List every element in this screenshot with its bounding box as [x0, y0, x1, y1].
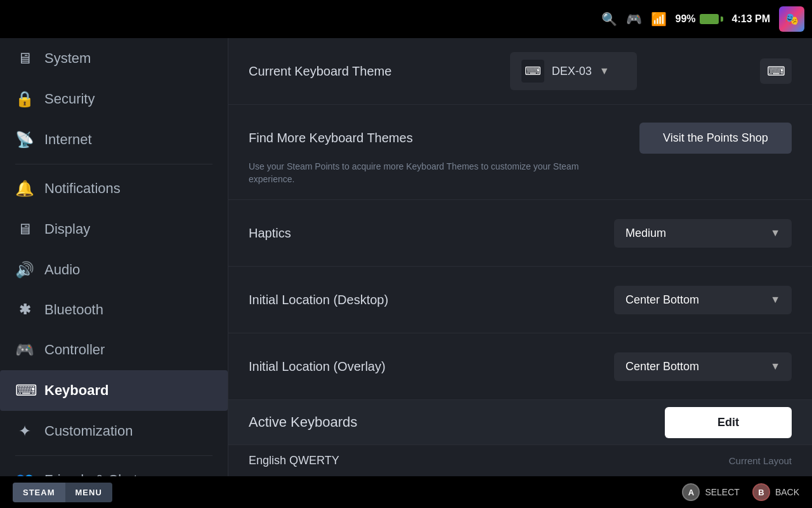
keyboard-preview-icon[interactable]: ⌨: [760, 58, 792, 84]
back-control: B BACK: [752, 483, 799, 501]
controller-icon: 🎮: [15, 341, 34, 359]
sidebar-item-system[interactable]: 🖥 System: [0, 38, 228, 79]
battery-percent: 99%: [676, 13, 696, 25]
select-label: SELECT: [705, 487, 739, 497]
chevron-down-icon: ▼: [770, 361, 780, 372]
initial-location-desktop-row: Initial Location (Desktop) Center Bottom…: [249, 281, 792, 319]
battery-icon: [700, 14, 723, 24]
initial-location-overlay-dropdown[interactable]: Center Bottom ▼: [614, 352, 792, 381]
audio-icon: 🔊: [15, 261, 34, 279]
wifi-icon: 📶: [651, 11, 667, 27]
avatar[interactable]: 🎭: [779, 6, 804, 32]
chevron-down-icon: ▼: [599, 65, 610, 77]
a-button[interactable]: A: [682, 483, 700, 501]
sidebar-item-internet[interactable]: 📡 Internet: [0, 119, 228, 160]
internet-icon: 📡: [15, 131, 34, 149]
edit-button[interactable]: Edit: [665, 407, 792, 438]
avatar-emoji: 🎭: [785, 12, 799, 26]
system-icon: 🖥: [15, 50, 34, 67]
back-label: BACK: [775, 487, 799, 497]
find-more-info: Find More Keyboard Themes: [249, 131, 413, 145]
keyboard-layout-row: English QWERTY Current Layout: [228, 444, 812, 476]
customization-icon: ✦: [15, 422, 34, 440]
sidebar-divider-1: [15, 164, 213, 164]
keyboard-layout-name: English QWERTY: [249, 454, 339, 467]
topbar: 🔍 🎮 📶 99% 4:13 PM 🎭: [0, 0, 812, 38]
sidebar-item-label: Bluetooth: [44, 302, 103, 318]
haptics-section: Haptics Medium ▼: [228, 200, 812, 267]
clock: 4:13 PM: [732, 13, 770, 25]
active-keyboards-label: Active Keyboards: [249, 414, 357, 431]
keyboard-icon: ⌨: [15, 382, 34, 399]
chevron-down-icon: ▼: [770, 294, 780, 305]
sidebar-item-label: Keyboard: [44, 382, 108, 399]
main-layout: 🖥 System 🔒 Security 📡 Internet 🔔 Notific…: [0, 38, 812, 476]
friends-icon: 👥: [15, 471, 34, 476]
sidebar-item-friends-chat[interactable]: 👥 Friends & Chat: [0, 460, 228, 476]
steam-button[interactable]: STEAM: [13, 483, 65, 502]
bottombar: STEAM MENU A SELECT B BACK: [0, 476, 812, 508]
active-keyboards-section: Active Keyboards Edit: [228, 400, 812, 444]
initial-location-desktop-dropdown[interactable]: Center Bottom ▼: [614, 286, 792, 314]
sidebar-item-label: System: [44, 50, 91, 67]
find-more-row: Find More Keyboard Themes Visit the Poin…: [249, 119, 792, 157]
menu-button[interactable]: MENU: [65, 483, 112, 502]
sidebar-item-security[interactable]: 🔒 Security: [0, 79, 228, 119]
current-theme-section: Current Keyboard Theme ⌨ DEX-03 ▼ ⌨: [228, 38, 812, 105]
sidebar-item-label: Controller: [44, 342, 105, 358]
haptics-label: Haptics: [249, 226, 291, 241]
bluetooth-icon: ✱: [15, 302, 34, 318]
sidebar-item-bluetooth[interactable]: ✱ Bluetooth: [0, 290, 228, 330]
b-button[interactable]: B: [752, 483, 770, 501]
active-keyboards-row: Active Keyboards Edit: [249, 400, 792, 444]
security-icon: 🔒: [15, 90, 34, 108]
sidebar: 🖥 System 🔒 Security 📡 Internet 🔔 Notific…: [0, 38, 228, 476]
keyboard-layout-badge: Current Layout: [729, 455, 792, 466]
current-theme-label: Current Keyboard Theme: [249, 64, 391, 79]
initial-location-overlay-value: Center Bottom: [625, 360, 699, 373]
sidebar-item-label: Internet: [44, 131, 92, 148]
initial-location-desktop-label: Initial Location (Desktop): [249, 293, 388, 307]
find-more-section: Find More Keyboard Themes Visit the Poin…: [228, 105, 812, 200]
sidebar-divider-2: [15, 455, 213, 456]
theme-dropdown[interactable]: ⌨ DEX-03 ▼: [510, 52, 637, 90]
haptics-row: Haptics Medium ▼: [249, 214, 792, 252]
theme-value: DEX-03: [552, 65, 592, 78]
content-area: Current Keyboard Theme ⌨ DEX-03 ▼ ⌨ Find…: [228, 38, 812, 476]
haptics-dropdown[interactable]: Medium ▼: [614, 219, 792, 248]
sidebar-item-audio[interactable]: 🔊 Audio: [0, 250, 228, 290]
initial-location-overlay-label: Initial Location (Overlay): [249, 359, 386, 374]
display-icon: 🖥: [15, 220, 34, 238]
sidebar-item-label: Friends & Chat: [44, 472, 138, 476]
theme-icon: ⌨: [521, 60, 544, 83]
sidebar-item-label: Display: [44, 221, 90, 237]
sidebar-item-keyboard[interactable]: ⌨ Keyboard: [0, 370, 228, 411]
sidebar-item-notifications[interactable]: 🔔 Notifications: [0, 168, 228, 209]
sidebar-item-label: Notifications: [44, 180, 121, 197]
sidebar-item-controller[interactable]: 🎮 Controller: [0, 330, 228, 370]
chevron-down-icon: ▼: [770, 227, 780, 239]
sidebar-item-label: Audio: [44, 262, 80, 278]
bottom-controls: A SELECT B BACK: [682, 483, 799, 501]
initial-location-desktop-section: Initial Location (Desktop) Center Bottom…: [228, 267, 812, 333]
initial-location-overlay-section: Initial Location (Overlay) Center Bottom…: [228, 333, 812, 400]
steam-points-desc: Use your Steam Points to acquire more Ke…: [249, 161, 591, 185]
notifications-icon: 🔔: [15, 180, 34, 197]
current-theme-row: Current Keyboard Theme ⌨ DEX-03 ▼ ⌨: [249, 52, 792, 90]
sidebar-item-display[interactable]: 🖥 Display: [0, 209, 228, 250]
steam-menu-left: STEAM MENU: [13, 483, 112, 502]
select-control: A SELECT: [682, 483, 739, 501]
search-icon[interactable]: 🔍: [601, 11, 617, 27]
battery-area: 99%: [676, 13, 723, 25]
sidebar-item-label: Customization: [44, 423, 133, 439]
initial-location-overlay-row: Initial Location (Overlay) Center Bottom…: [249, 347, 792, 385]
find-more-label: Find More Keyboard Themes: [249, 131, 413, 145]
sidebar-item-customization[interactable]: ✦ Customization: [0, 411, 228, 451]
controller-icon[interactable]: 🎮: [626, 11, 642, 27]
haptics-value: Medium: [625, 227, 666, 240]
visit-points-shop-button[interactable]: Visit the Points Shop: [639, 123, 792, 154]
sidebar-item-label: Security: [44, 91, 95, 107]
initial-location-desktop-value: Center Bottom: [625, 293, 699, 307]
